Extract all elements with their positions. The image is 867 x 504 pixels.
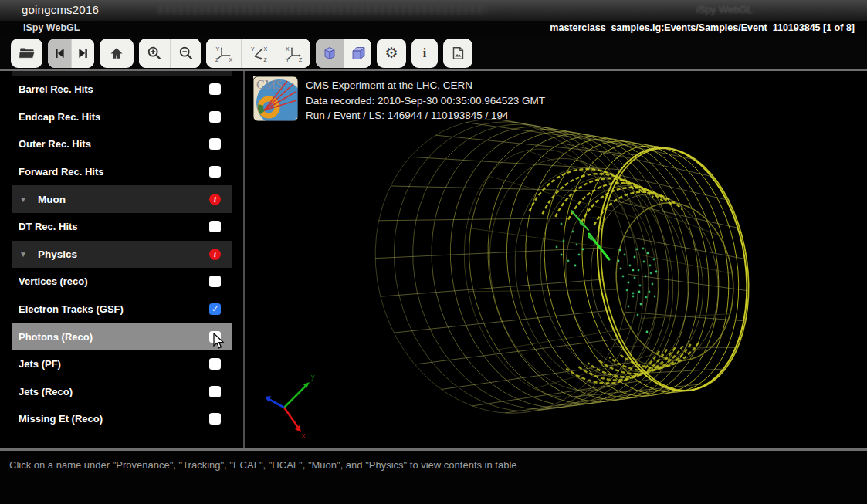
event-info-overlay: CMS Experiment at the LHC, CERN Data rec…	[306, 78, 545, 123]
axis-letter: Z	[264, 57, 268, 63]
item-label: DT Rec. Hits	[12, 221, 209, 232]
sidebar-group-muon[interactable]: ▼ Muon i	[12, 185, 232, 213]
open-event-button[interactable]	[11, 39, 42, 68]
video-watermark: goingcms2016	[22, 3, 99, 16]
svg-text:x: x	[302, 431, 306, 439]
axes-xz-icon: Y Z X	[214, 43, 234, 63]
app-title: iSpy WebGL	[23, 22, 80, 33]
screenshot-button[interactable]	[443, 39, 472, 68]
sidebar-item-jets-reco[interactable]: Jets (Reco)	[12, 378, 232, 406]
info-badge[interactable]: i	[209, 194, 221, 205]
previous-icon	[52, 46, 67, 61]
item-label: Endcap Rec. Hits	[12, 111, 209, 123]
sidebar-item-vertices-reco[interactable]: Vertices (reco)	[12, 268, 232, 296]
collections-sidebar: Barrel Rec. Hits Endcap Rec. Hits Outer …	[0, 71, 243, 448]
next-icon	[76, 46, 91, 61]
collection-list: Barrel Rec. Hits Endcap Rec. Hits Outer …	[12, 76, 232, 433]
orthographic-view-button[interactable]	[344, 39, 371, 68]
sidebar-item-barrel-rec-hits[interactable]: Barrel Rec. Hits	[12, 76, 232, 103]
group-label: Physics	[30, 249, 209, 260]
axis-letter: Y	[215, 46, 219, 51]
checkbox[interactable]	[209, 221, 221, 232]
axis-letter: Y	[251, 46, 255, 51]
data-recorded-line: Data recorded: 2010-Sep-30 00:35:00.9645…	[306, 93, 545, 109]
title-bar: iSpy WebGL masterclass_samples.ig:Events…	[0, 21, 867, 36]
cube-flat-icon	[349, 44, 367, 63]
checkbox[interactable]	[209, 358, 221, 370]
event-3d-viewport[interactable]: CMS CMS Experiment at the LHC, CERN Data…	[245, 71, 867, 448]
axis-letter: X	[286, 46, 290, 51]
previous-event-button[interactable]	[48, 39, 71, 68]
main-content: Barrel Rec. Hits Endcap Rec. Hits Outer …	[0, 71, 867, 448]
home-view-button[interactable]	[100, 39, 134, 68]
ghost-browser-tab	[158, 5, 486, 15]
next-event-button[interactable]	[71, 39, 94, 68]
status-bar: Click on a name under "Provenance", "Tra…	[0, 448, 867, 504]
home-icon	[109, 46, 124, 61]
sidebar-item-jets-pf[interactable]: Jets (PF)	[12, 350, 232, 378]
view-yz-button[interactable]: Y X Z	[241, 39, 276, 68]
event-nav-group	[48, 39, 94, 68]
zoom-in-button[interactable]	[139, 39, 170, 68]
sidebar-item-dt-rec-hits[interactable]: DT Rec. Hits	[12, 213, 232, 241]
folder-open-icon	[18, 44, 36, 63]
checkbox[interactable]	[209, 138, 221, 150]
checkbox[interactable]	[209, 83, 221, 95]
sidebar-item-electron-tracks-gsf[interactable]: Electron Tracks (GSF)	[12, 296, 232, 323]
svg-text:y: y	[311, 373, 315, 381]
chevron-down-icon[interactable]: ▼	[12, 195, 30, 204]
info-badge[interactable]: i	[209, 249, 221, 260]
checkbox[interactable]	[209, 413, 221, 425]
axis-letter: X	[264, 46, 268, 51]
item-label: Outer Rec. Hits	[12, 138, 209, 150]
item-label: Jets (PF)	[12, 358, 209, 370]
item-label: Missing Et (Reco)	[12, 413, 209, 425]
chevron-down-icon[interactable]: ▼	[12, 250, 30, 259]
ghost-tab-title: iSpy WebGL	[696, 4, 753, 15]
checkbox[interactable]	[209, 166, 221, 178]
sidebar-item-endcap-rec-hits[interactable]: Endcap Rec. Hits	[12, 103, 232, 131]
projection-group	[316, 39, 371, 68]
item-label: Vertices (reco)	[12, 276, 209, 287]
detector-wireframe[interactable]: xy	[245, 71, 867, 448]
group-label: Muon	[30, 194, 209, 205]
checkbox[interactable]	[209, 386, 221, 397]
sidebar-group-physics[interactable]: ▼ Physics i	[12, 241, 232, 269]
checkbox[interactable]	[209, 111, 221, 123]
zoom-in-icon	[146, 45, 163, 62]
run-event-ls-line: Run / Event / LS: 146944 / 110193845 / 1…	[306, 108, 545, 123]
zoom-group	[139, 39, 201, 68]
item-label: Forward Rec. Hits	[12, 166, 209, 178]
sidebar-item-missing-et-reco[interactable]: Missing Et (Reco)	[12, 405, 232, 433]
sidebar-item-forward-rec-hits[interactable]: Forward Rec. Hits	[12, 158, 232, 186]
view-xy-button[interactable]: X Y Z	[276, 39, 310, 68]
item-label: Barrel Rec. Hits	[12, 83, 209, 95]
video-header: goingcms2016 iSpy WebGL	[0, 0, 867, 21]
gear-icon: ⚙	[384, 46, 398, 60]
experiment-title: CMS Experiment at the LHC, CERN	[306, 78, 545, 93]
info-button[interactable]: i	[411, 39, 438, 68]
checkbox[interactable]	[209, 276, 221, 287]
axis-letter: Z	[299, 57, 303, 63]
cms-logo: CMS	[253, 76, 298, 121]
axis-letter: X	[229, 57, 232, 63]
checkbox[interactable]	[209, 303, 221, 315]
zoom-out-button[interactable]	[170, 39, 201, 68]
view-xz-button[interactable]: Y Z X	[206, 39, 241, 68]
axis-letter: Z	[215, 57, 219, 63]
sidebar-item-outer-rec-hits[interactable]: Outer Rec. Hits	[12, 130, 232, 158]
item-label: Electron Tracks (GSF)	[12, 303, 209, 315]
zoom-out-icon	[178, 45, 195, 62]
sidebar-item-photons-reco[interactable]: Photons (Reco)	[12, 323, 232, 350]
settings-button[interactable]: ⚙	[377, 39, 406, 68]
item-label: Jets (Reco)	[12, 386, 209, 397]
info-icon: i	[423, 46, 426, 60]
cube-3d-icon	[320, 44, 339, 63]
mouse-cursor	[213, 333, 225, 350]
ortho-views-group: Y Z X Y X Z	[206, 39, 310, 68]
status-message: Click on a name under "Provenance", "Tra…	[9, 459, 517, 471]
image-export-icon	[449, 45, 466, 62]
perspective-view-button[interactable]	[316, 39, 344, 68]
axes-xy-icon: X Y Z	[283, 43, 303, 63]
event-file-label: masterclass_samples.ig:Events/Samples/Ev…	[550, 22, 855, 33]
